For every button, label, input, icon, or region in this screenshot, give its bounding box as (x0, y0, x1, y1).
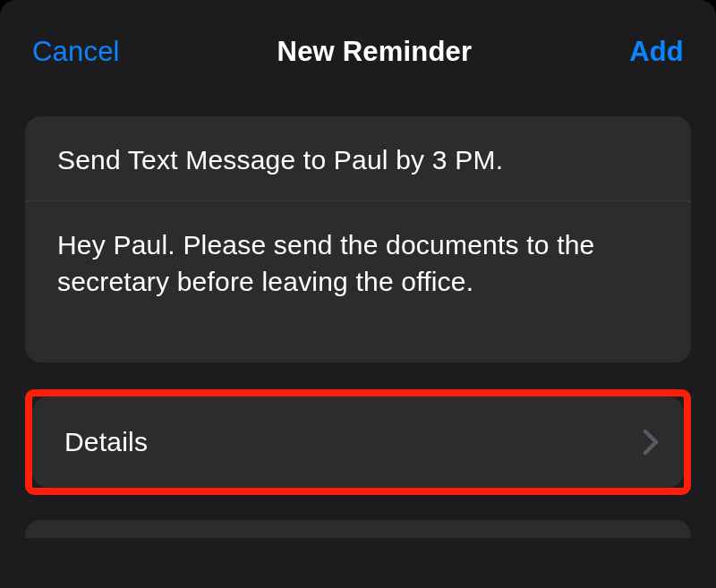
new-reminder-sheet: Cancel New Reminder Add Send Text Messag… (0, 0, 716, 588)
cancel-button[interactable]: Cancel (32, 36, 120, 68)
add-button[interactable]: Add (629, 36, 684, 68)
reminder-content-card: Send Text Message to Paul by 3 PM. Hey P… (25, 116, 691, 362)
details-button[interactable]: Details (32, 396, 684, 488)
next-section-card (25, 520, 691, 538)
details-highlight: Details (25, 389, 691, 495)
navbar: Cancel New Reminder Add (0, 0, 716, 95)
page-title: New Reminder (277, 36, 473, 68)
reminder-notes-input[interactable]: Hey Paul. Please send the documents to t… (25, 201, 691, 362)
reminder-title-input[interactable]: Send Text Message to Paul by 3 PM. (25, 116, 691, 201)
chevron-right-icon (643, 429, 659, 456)
details-label: Details (64, 427, 148, 457)
